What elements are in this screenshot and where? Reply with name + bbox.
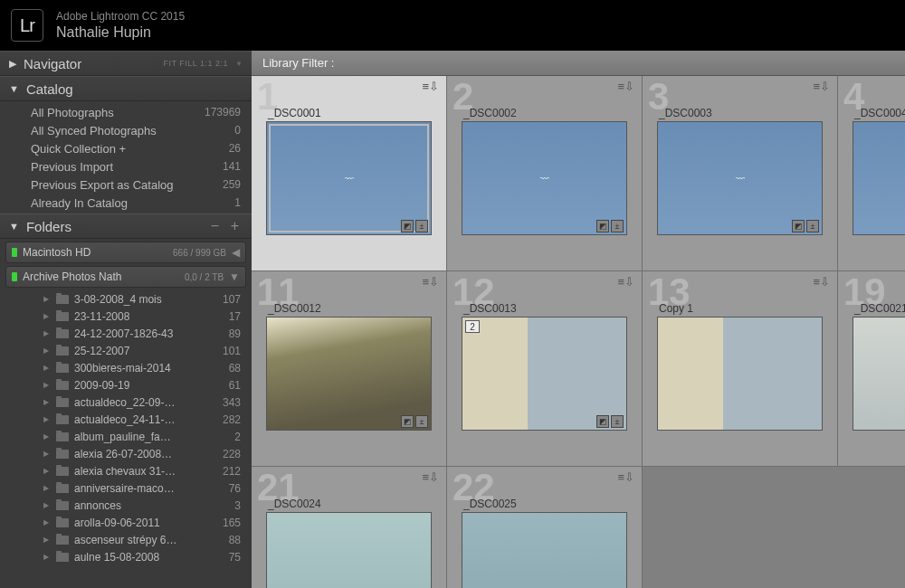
catalog-item[interactable]: Previous Import141 [0,157,252,175]
catalog-item[interactable]: All Synced Photographs0 [0,121,252,139]
folder-item[interactable]: ▶23-11-200817 [0,308,252,325]
folders-add-remove[interactable]: − + [211,218,243,234]
header-texts: Adobe Lightroom CC 2015 Nathalie Hupin [56,10,185,41]
user-name: Nathalie Hupin [56,24,185,41]
folder-item[interactable]: ▶ascenseur strépy 6…88 [0,531,252,548]
stack-badge[interactable]: 2 [465,320,480,333]
folder-icon [56,484,69,493]
catalog-item[interactable]: All Photographs173969 [0,103,252,121]
flag-marker-icon[interactable]: ≡⇩ [422,80,439,93]
flag-marker-icon[interactable]: ≡⇩ [813,275,830,289]
thumbnail-image: 〰 [266,121,432,235]
grid-cell[interactable]: 13≡⇩Copy 1 [643,271,838,467]
folder-label: album_pauline_fa… [74,431,234,443]
catalog-item-label: Previous Import [31,160,223,174]
badge-icon[interactable]: ◩ [401,415,414,428]
folder-icon [56,415,69,424]
catalog-item[interactable]: Quick Collection +26 [0,139,252,157]
badge-icon[interactable]: ± [611,415,624,428]
catalog-item[interactable]: Already In Catalog1 [0,194,252,212]
folder-item[interactable]: ▶arolla-09-06-2011165 [0,514,252,531]
navigator-title: Navigator [24,56,157,71]
grid-cell[interactable]: 19≡⇩_DSC0021 [838,271,905,467]
folder-label: ascenseur strépy 6… [74,534,229,546]
flag-marker-icon[interactable]: ≡⇩ [617,80,634,93]
flag-marker-icon[interactable]: ≡⇩ [813,80,830,93]
badge-icon[interactable]: ◩ [596,220,609,232]
folder-count: 228 [223,448,241,460]
folders-panel-header[interactable]: ▼ Folders − + [0,213,252,239]
folder-count: 3 [234,499,241,512]
chevron-icon: ▼ [229,270,240,283]
grid-cell[interactable]: 3≡⇩_DSC0003〰◩± [643,76,838,271]
thumbnail-badges[interactable]: ◩± [401,220,428,232]
thumbnail-image: 〰 [462,121,627,235]
thumbnail-grid: 1≡⇩_DSC0001〰◩±2≡⇩_DSC0002〰◩±3≡⇩_DSC0003〰… [252,76,905,588]
folder-item[interactable]: ▶25-12-2007101 [0,342,252,359]
app-title: Adobe Lightroom CC 2015 [56,10,185,23]
grid-cell[interactable]: 4≡⇩_DSC0004〰 [838,76,905,271]
navigator-zoom-options[interactable]: FIT FILL 1:1 2:1 [164,59,229,68]
grid-cell[interactable]: 2≡⇩_DSC0002〰◩± [447,76,643,271]
chevron-right-icon: ▶ [43,518,49,526]
filename-label: _DSC0024 [268,498,321,510]
badge-icon[interactable]: ± [611,220,624,232]
grid-cell[interactable]: 1≡⇩_DSC0001〰◩± [252,76,447,271]
thumbnail-badges[interactable]: ◩± [596,220,624,232]
folder-item[interactable]: ▶3-08-2008_4 mois107 [0,290,252,308]
folder-item[interactable]: ▶aulne 15-08-200875 [0,548,252,565]
library-filter-bar[interactable]: Library Filter : [252,51,905,76]
chevron-right-icon: ▶ [43,467,49,475]
volume-item[interactable]: Archive Photos Nath0,0 / 2 TB▼ [5,266,246,288]
folder-label: annonces [74,499,234,512]
folder-item[interactable]: ▶annonces3 [0,497,252,514]
folder-item[interactable]: ▶actualdeco_22-09-…343 [0,394,252,411]
badge-icon[interactable]: ± [806,220,819,232]
flag-marker-icon[interactable]: ≡⇩ [617,470,634,484]
grid-cell[interactable]: 12≡⇩_DSC0013◩±2 [447,271,643,467]
filename-label: _DSC0012 [268,302,321,315]
folder-item[interactable]: ▶album_pauline_fa…2 [0,428,252,445]
badge-icon[interactable]: ◩ [792,220,805,232]
catalog-panel-header[interactable]: ▼ Catalog [0,76,252,101]
folder-item[interactable]: ▶2009-09-1961 [0,376,252,394]
folder-item[interactable]: ▶300bieres-mai-201468 [0,359,252,376]
badge-icon[interactable]: ± [415,220,428,232]
badge-icon[interactable]: ◩ [596,415,609,428]
chevron-right-icon: ▶ [43,398,49,406]
grid-cell[interactable]: 21≡⇩_DSC0024 [252,467,447,588]
filename-label: _DSC0013 [463,302,517,315]
left-sidebar: ▶ Navigator FIT FILL 1:1 2:1 ▼ ▼ Catalog… [0,51,252,588]
folder-count: 107 [223,293,241,306]
folder-item[interactable]: ▶anniversaire-maco…76 [0,479,252,497]
folder-count: 75 [229,551,241,564]
grid-cell[interactable]: 11≡⇩_DSC0012◩± [252,271,447,467]
folders-tree[interactable]: ▶3-08-2008_4 mois107▶23-11-200817▶24-12-… [0,290,252,588]
flag-marker-icon[interactable]: ≡⇩ [617,275,634,289]
navigator-panel-header[interactable]: ▶ Navigator FIT FILL 1:1 2:1 ▼ [0,51,252,76]
thumbnail-badges[interactable]: ◩± [596,415,624,428]
thumbnail-image [266,512,432,588]
chevron-right-icon: ▶ [43,484,49,492]
folder-label: aulne 15-08-2008 [74,551,229,564]
flag-marker-icon[interactable]: ≡⇩ [422,275,439,289]
volume-item[interactable]: Macintosh HD666 / 999 GB◀ [5,242,246,263]
badge-icon[interactable]: ± [415,415,428,428]
flag-marker-icon[interactable]: ≡⇩ [422,470,439,484]
folders-title: Folders [26,219,204,234]
folder-item[interactable]: ▶alexia chevaux 31-…212 [0,462,252,479]
thumbnail-image [462,317,627,431]
folder-item[interactable]: ▶actualdeco_24-11-…282 [0,411,252,428]
grid-cell[interactable]: 22≡⇩_DSC0025 [447,467,643,588]
catalog-title: Catalog [26,81,243,97]
catalog-item[interactable]: Previous Export as Catalog259 [0,175,252,194]
badge-icon[interactable]: ◩ [401,220,414,232]
chevron-right-icon: ▶ [43,415,49,423]
filename-label: Copy 1 [659,302,693,315]
folder-item[interactable]: ▶24-12-2007-1826-4389 [0,325,252,342]
folder-item[interactable]: ▶alexia 26-07-2008…228 [0,445,252,462]
thumbnail-badges[interactable]: ◩± [792,220,819,232]
thumbnail-image [462,512,627,588]
thumbnail-badges[interactable]: ◩± [401,415,428,428]
chevron-right-icon: ▶ [43,364,49,372]
